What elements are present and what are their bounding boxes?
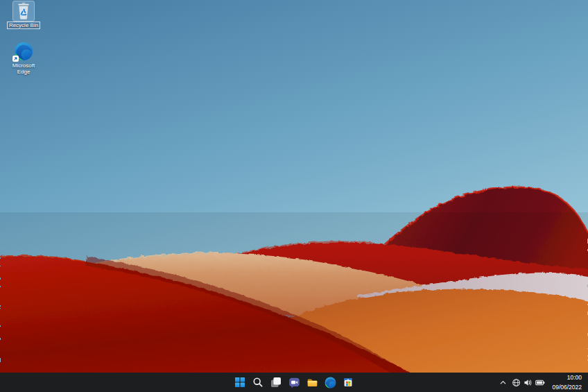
tray-overflow-button[interactable] [497, 374, 509, 391]
wallpaper-image [0, 0, 588, 392]
desktop-icon-recycle-bin[interactable]: Recycle Bin [3, 1, 44, 29]
chat-button[interactable] [286, 374, 302, 391]
file-explorer-button[interactable] [304, 374, 320, 391]
desktop-icon-microsoft-edge[interactable]: Microsoft Edge [3, 41, 44, 75]
battery-icon [535, 378, 545, 387]
taskbar: 10:00 09/06/2022 [0, 373, 588, 392]
recycle-bin-label: Recycle Bin [7, 22, 40, 29]
taskbar-center-group [232, 374, 356, 391]
shortcut-arrow-icon [12, 56, 19, 62]
start-button[interactable] [232, 374, 248, 391]
network-globe-icon [512, 378, 521, 387]
clock-time: 10:00 [567, 374, 582, 382]
edge-shortcut-label: Microsoft Edge [12, 62, 35, 75]
system-tray: 10:00 09/06/2022 [497, 373, 588, 392]
edge-button[interactable] [322, 374, 338, 391]
chat-icon [288, 377, 300, 389]
recycle-bin-selection [13, 1, 34, 21]
clock-date: 09/06/2022 [552, 384, 582, 391]
file-explorer-icon [306, 377, 318, 389]
store-button[interactable] [340, 374, 356, 391]
windows-logo-icon [234, 377, 245, 388]
task-view-icon [270, 377, 282, 388]
search-icon [252, 377, 263, 388]
store-icon [343, 377, 354, 388]
recycle-bin-icon [15, 2, 32, 20]
desktop[interactable]: Recycle Bin Microsoft Edge [0, 0, 588, 392]
search-button[interactable] [250, 374, 266, 391]
clock[interactable]: 10:00 09/06/2022 [548, 374, 585, 391]
volume-icon [524, 378, 533, 387]
edge-icon [325, 377, 336, 389]
tray-status-button[interactable] [510, 374, 547, 391]
task-view-button[interactable] [268, 374, 284, 391]
chevron-up-icon [499, 379, 507, 386]
